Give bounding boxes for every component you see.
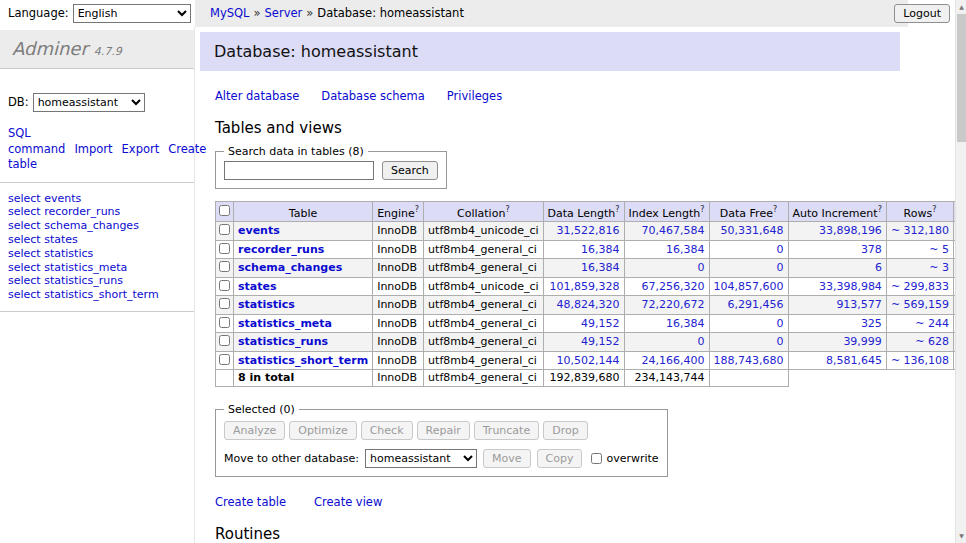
index-length-link[interactable]: 70,467,584 — [642, 224, 705, 237]
search-input[interactable] — [224, 161, 374, 180]
sidebar-table-link[interactable]: select statistics_runs — [8, 274, 123, 287]
table-link[interactable]: events — [238, 224, 280, 237]
data-free-link[interactable]: 104,857,600 — [714, 280, 784, 293]
search-button[interactable]: Search — [382, 161, 438, 180]
auto-increment-link[interactable]: 325 — [861, 317, 882, 330]
data-length-link[interactable]: 10,502,144 — [557, 354, 620, 367]
data-free-link[interactable]: 6,291,456 — [728, 298, 784, 311]
index-length-link[interactable]: 16,384 — [666, 317, 705, 330]
rows-count-link[interactable]: ~ 244 — [915, 317, 949, 330]
data-free-link[interactable]: 0 — [777, 335, 784, 348]
data-length-link[interactable]: 16,384 — [581, 261, 620, 274]
data-length-link[interactable]: 49,152 — [581, 335, 620, 348]
cell-rows: ~ 244 — [886, 314, 953, 333]
data-free-link[interactable]: 0 — [777, 261, 784, 274]
index-length-link[interactable]: 67,256,320 — [642, 280, 705, 293]
row-checkbox[interactable] — [219, 224, 230, 235]
table-link[interactable]: schema_changes — [238, 261, 342, 274]
db-nav-link[interactable]: Database schema — [321, 89, 424, 103]
row-checkbox[interactable] — [219, 335, 230, 346]
rows-count-link[interactable]: ~ 312,180 — [891, 224, 949, 237]
sidebar-table-link[interactable]: select recorder_runs — [8, 205, 120, 218]
scrollbar-thumb[interactable] — [957, 14, 966, 142]
db-nav-link[interactable]: Privileges — [447, 89, 502, 103]
select-all-checkbox[interactable] — [219, 205, 230, 216]
move-db-select[interactable]: homeassistant — [365, 449, 477, 468]
auto-increment-link[interactable]: 39,999 — [843, 335, 882, 348]
create-link[interactable]: Create table — [215, 495, 286, 509]
cell-data-length: 49,152 — [543, 314, 624, 333]
row-checkbox[interactable] — [219, 280, 230, 291]
row-checkbox[interactable] — [219, 317, 230, 328]
breadcrumb-server-link[interactable]: Server — [265, 6, 303, 20]
data-free-link[interactable]: 50,331,648 — [721, 224, 784, 237]
db-select[interactable]: homeassistant — [33, 93, 145, 112]
rows-count-link[interactable]: ~ 3 — [929, 261, 949, 274]
table-link[interactable]: statistics — [238, 298, 295, 311]
index-length-link[interactable]: 16,384 — [666, 243, 705, 256]
sidebar-action-link[interactable]: Export — [122, 142, 160, 156]
auto-increment-link[interactable]: 6 — [875, 261, 882, 274]
data-length-link[interactable]: 49,152 — [581, 317, 620, 330]
overwrite-label[interactable]: overwrite — [606, 452, 658, 465]
table-link[interactable]: statistics_runs — [238, 335, 328, 348]
selected-action-button: Analyze — [224, 421, 285, 440]
sidebar-table-link[interactable]: select statistics_short_term — [8, 288, 159, 301]
scroll-down-icon[interactable]: ▼ — [956, 530, 966, 542]
index-length-link[interactable]: 0 — [698, 261, 705, 274]
sidebar-action-link[interactable]: SQL command — [8, 126, 65, 156]
language-select[interactable]: English — [73, 4, 191, 23]
db-nav-link[interactable]: Alter database — [215, 89, 299, 103]
sidebar-table-link[interactable]: select schema_changes — [8, 219, 139, 232]
overwrite-checkbox[interactable] — [591, 453, 602, 464]
data-free-link[interactable]: 0 — [777, 243, 784, 256]
row-checkbox[interactable] — [219, 354, 230, 365]
footer-engine: InnoDB — [373, 370, 424, 387]
cell-auto-increment: 378 — [788, 240, 886, 259]
list-item: select recorder_runs — [0, 205, 194, 219]
row-checkbox[interactable] — [219, 261, 230, 272]
table-link[interactable]: states — [238, 280, 277, 293]
table-link[interactable]: recorder_runs — [238, 243, 324, 256]
index-length-link[interactable]: 0 — [698, 335, 705, 348]
sidebar-table-link[interactable]: select states — [8, 233, 78, 246]
table-link[interactable]: statistics_meta — [238, 317, 332, 330]
data-free-link[interactable]: 0 — [777, 317, 784, 330]
table-link[interactable]: statistics_short_term — [238, 354, 368, 367]
list-item: select states — [0, 233, 194, 247]
data-free-link[interactable]: 188,743,680 — [714, 354, 784, 367]
auto-increment-link[interactable]: 33,898,196 — [819, 224, 882, 237]
auto-increment-link[interactable]: 33,398,984 — [819, 280, 882, 293]
data-length-link[interactable]: 101,859,328 — [550, 280, 620, 293]
vertical-scrollbar[interactable]: ▲ ▼ — [955, 0, 966, 543]
row-checkbox[interactable] — [219, 243, 230, 254]
cell-index-length: 24,166,400 — [624, 351, 709, 370]
logout-button[interactable]: Logout — [894, 4, 950, 23]
index-length-link[interactable]: 24,166,400 — [642, 354, 705, 367]
row-checkbox[interactable] — [219, 298, 230, 309]
cell-auto-increment: 8,581,645 — [788, 351, 886, 370]
breadcrumb-mysql-link[interactable]: MySQL — [210, 6, 250, 20]
sidebar-action-link[interactable]: Import — [74, 142, 112, 156]
data-length-link[interactable]: 16,384 — [581, 243, 620, 256]
rows-count-link[interactable]: ~ 136,108 — [891, 354, 949, 367]
auto-increment-link[interactable]: 8,581,645 — [826, 354, 882, 367]
auto-increment-link[interactable]: 913,577 — [836, 298, 882, 311]
data-length-link[interactable]: 48,824,320 — [557, 298, 620, 311]
index-length-link[interactable]: 72,220,672 — [642, 298, 705, 311]
rows-count-link[interactable]: ~ 569,159 — [891, 298, 949, 311]
rows-count-link[interactable]: ~ 299,833 — [891, 280, 949, 293]
sidebar-table-link[interactable]: select statistics_meta — [8, 261, 127, 274]
create-link[interactable]: Create view — [314, 495, 382, 509]
rows-count-link[interactable]: ~ 5 — [929, 243, 949, 256]
table-row: recorder_runs InnoDB utf8mb4_general_ci … — [216, 240, 956, 259]
rows-count-link[interactable]: ~ 628 — [915, 335, 949, 348]
scroll-up-icon[interactable]: ▲ — [956, 1, 966, 13]
tables-heading: Tables and views — [215, 119, 955, 137]
sidebar-table-link[interactable]: select events — [8, 192, 81, 205]
auto-increment-link[interactable]: 378 — [861, 243, 882, 256]
cell-collation: utf8mb4_general_ci — [424, 259, 543, 278]
sidebar-table-link[interactable]: select statistics — [8, 247, 93, 260]
page-title: Database: homeassistant — [200, 32, 900, 71]
data-length-link[interactable]: 31,522,816 — [557, 224, 620, 237]
